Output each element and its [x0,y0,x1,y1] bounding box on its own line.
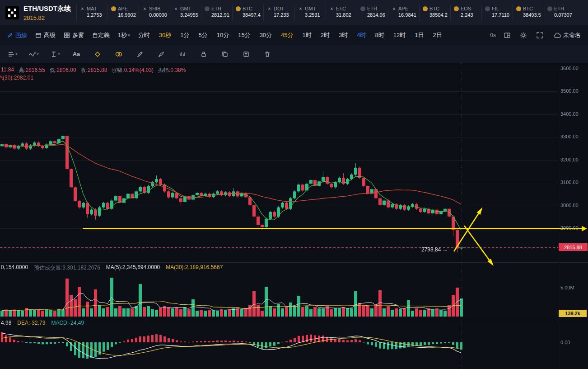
text-tool[interactable]: Aa [71,49,82,60]
interval-button[interactable]: 30分 [256,28,277,42]
layout-name-button[interactable]: 未命名 [551,31,583,40]
ticker-name: EOS [461,6,471,11]
edit-list-icon [243,51,250,58]
pencil-tool[interactable] [135,49,145,60]
exchange-logo[interactable] [5,6,19,19]
ticker-item[interactable]: DOT 17.233 [263,5,294,21]
pattern-tool[interactable] [177,49,188,60]
ticker-item[interactable]: ETH 0.07307 [544,5,575,21]
ticker-value: 17.7110 [492,12,513,18]
ticker-name: ETH [211,6,221,11]
interval-button[interactable]: 1时 [299,28,317,42]
grid-icon [64,32,70,38]
remove-drawings-button[interactable] [262,49,273,60]
magnet-icon [94,51,101,58]
draw-line-button[interactable]: 画線 [3,28,31,42]
interval-button[interactable]: 3时 [335,28,353,42]
fullscreen-icon [536,32,543,39]
lock-icon [200,51,207,58]
fullscreen-button[interactable] [535,30,545,40]
brush-tool[interactable] [156,49,167,60]
interval-button[interactable]: 2日 [429,28,447,42]
ticker-value: 3.2531 [305,12,326,18]
magnet-mode-button[interactable] [92,49,103,60]
elliott-wave-tool[interactable]: ▾ [28,49,39,60]
ticker-item[interactable]: GMT 3.24955 [170,5,201,21]
multi-window-button[interactable]: 多窗 [60,28,88,42]
trend-lines-icon [8,51,15,58]
ticker-name: DOT [274,6,284,11]
coin-icon [485,6,490,11]
interval-button[interactable]: 15分 [234,28,255,42]
ticker-value: 38493.5 [523,12,544,18]
linked-circles-icon [115,51,123,58]
interval-button[interactable]: 30秒 [155,28,176,42]
coin-icon [111,6,116,11]
ticker-item[interactable]: APE 16.9902 [107,5,139,21]
interval-button[interactable]: 分时 [134,28,155,42]
trend-line-tool[interactable]: ▾ [7,49,18,60]
measure-icon [50,51,57,58]
coin-icon [329,6,334,11]
candle-countdown: 0s [490,32,496,38]
chevron-down-icon: ▾ [58,52,60,56]
coin-icon [454,6,459,11]
customize-button[interactable]: 自定義 [88,28,114,42]
text-tool-icon: Aa [73,51,80,57]
ticker-name: APE [398,6,408,11]
ticker-item[interactable]: BTC 38504.2 [419,5,450,21]
position-tool[interactable]: ▾ [50,49,61,60]
ticker-name: BTC [429,6,439,11]
bars-pattern-icon [179,51,186,58]
interval-button[interactable]: 1分 [176,28,194,42]
coin-icon [298,6,303,11]
ticker-item[interactable]: APE 16.9841 [388,5,419,21]
ticker-name: GMT [180,6,191,11]
interval-button[interactable]: 8时 [371,28,389,42]
clone-drawing-button[interactable] [219,49,230,60]
ticker-item[interactable]: ETH 2814.06 [357,5,388,21]
interval-button[interactable]: 10分 [213,28,234,42]
ticker-item[interactable]: ETC 31.802 [326,5,357,21]
circle-tool[interactable] [113,49,124,60]
copy-icon [221,51,229,58]
coin-icon [142,6,147,11]
advanced-chart-icon [35,32,42,38]
ticker-value: 38497.4 [243,12,263,18]
ticker-value: 0.07307 [554,12,575,18]
brush-icon [158,51,165,58]
interval-button[interactable]: 2时 [317,28,335,42]
trash-icon [264,51,271,58]
panel-layout-button[interactable] [502,30,512,40]
chevron-down-icon: ▾ [37,52,38,56]
drawings-list-button[interactable] [241,49,252,60]
ticker-item[interactable]: FIL 17.7110 [481,5,513,21]
ticker-name: BTC [523,6,533,11]
ticker-name: BTC [243,6,252,11]
interval-button[interactable]: 45分 [277,28,298,42]
ticker-item[interactable]: MAT 1.2753 [76,5,107,21]
ticker-value: 2812.91 [211,12,232,18]
ticker-item[interactable]: BTC 38497.4 [232,5,263,21]
ticker-name: ETC [336,6,346,11]
ticker-value: 38504.2 [429,12,450,18]
ticker-item[interactable]: SHIB 0.00000 [139,5,170,21]
ticker-item[interactable]: BTC 38493.5 [513,5,544,21]
ticker-value: 3.24955 [180,12,201,18]
ticker-strip: MAT 1.2753 APE 16.9902 SHIB 0.00000 GM [76,0,588,25]
chevron-down-icon: ▾ [128,33,130,38]
interval-list: 1秒▾ 分时 30秒 1分 5分 10分 15分 30分 45分 1时 2时 [114,28,447,42]
ticker-item[interactable]: GMT 3.2531 [294,5,326,21]
ticker-item[interactable]: EOS 2.243 [450,5,481,21]
interval-button[interactable]: 4时 [353,28,371,42]
interval-button[interactable]: 1秒▾ [114,28,134,42]
ticker-item[interactable]: ETH 2812.91 [201,5,232,21]
advanced-chart-button[interactable]: 高级 [31,28,60,42]
interval-button[interactable]: 5分 [194,28,212,42]
settings-button[interactable] [518,30,528,40]
interval-button[interactable]: 1日 [411,28,429,42]
interval-button[interactable]: 12时 [389,28,411,42]
lock-drawings-button[interactable] [198,49,209,60]
current-symbol-block[interactable]: ETH/USDT永续 2815.82 [23,5,71,21]
price-chart-canvas[interactable] [0,63,588,369]
